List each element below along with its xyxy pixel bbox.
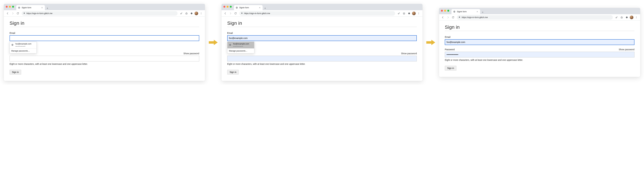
globe-icon: [229, 44, 232, 46]
maximize-window-icon[interactable]: [230, 6, 232, 8]
title-underline: [445, 31, 634, 31]
signin-button[interactable]: Sign in: [10, 70, 21, 75]
reload-button[interactable]: [233, 11, 238, 16]
minimize-window-icon[interactable]: [9, 6, 11, 8]
toolbar: https://sign-in-form.glitch.me: [222, 10, 423, 17]
password-input[interactable]: [445, 52, 634, 57]
menu-icon[interactable]: [416, 11, 421, 16]
tab-title: Signin form: [239, 7, 258, 9]
browser-window-b: Signin form https://sign-in-form.glitch.…: [222, 4, 423, 81]
show-password-link[interactable]: Show password: [401, 52, 417, 55]
page-content: Sign in Email foo@example.com ••••••••••…: [4, 17, 205, 81]
extensions-icon[interactable]: [407, 11, 411, 16]
bookmark-icon[interactable]: [184, 11, 189, 16]
email-field-wrap: Email foo@example.com •••••••••••••• Man…: [10, 32, 199, 41]
password-field-wrap: Show password Eight or more characters, …: [10, 52, 199, 65]
profile-avatar[interactable]: [630, 16, 634, 19]
address-bar[interactable]: https://sign-in-form.glitch.me: [457, 15, 613, 20]
svg-point-13: [616, 17, 616, 18]
email-input[interactable]: [227, 35, 417, 41]
bookmark-icon[interactable]: [402, 11, 406, 16]
autofill-password-mask: ••••••••••••••: [233, 45, 249, 47]
profile-avatar[interactable]: [412, 12, 416, 15]
back-button[interactable]: [441, 15, 445, 20]
toolbar: https://sign-in-form.glitch.me: [4, 10, 205, 17]
arrow-a-to-b: [209, 39, 218, 46]
browser-window-c: Signin form https://sign-in-form.glitch.…: [439, 8, 640, 77]
maximize-window-icon[interactable]: [447, 10, 449, 12]
maximize-window-icon[interactable]: [12, 6, 14, 8]
close-tab-icon[interactable]: [476, 11, 478, 13]
active-tab[interactable]: Signin form: [452, 9, 480, 14]
address-bar[interactable]: https://sign-in-form.glitch.me: [22, 11, 178, 16]
signin-button[interactable]: Sign in: [227, 70, 239, 75]
new-tab-button[interactable]: [46, 6, 49, 10]
address-bar[interactable]: https://sign-in-form.glitch.me: [239, 11, 395, 16]
show-password-link[interactable]: Show password: [619, 48, 634, 51]
minimize-window-icon[interactable]: [444, 10, 446, 12]
email-input[interactable]: [10, 35, 199, 41]
autofill-email: foo@example.com: [233, 43, 249, 45]
key-icon[interactable]: [614, 15, 619, 20]
password-hint: Eight or more characters, with at least …: [445, 59, 634, 61]
close-tab-icon[interactable]: [41, 7, 43, 9]
password-input[interactable]: [227, 56, 417, 61]
active-tab[interactable]: Signin form: [234, 5, 262, 10]
close-tab-icon[interactable]: [259, 7, 261, 9]
autofill-popup: foo@example.com •••••••••••••• Manage pa…: [227, 42, 254, 54]
svg-point-4: [201, 14, 201, 14]
svg-point-7: [398, 13, 399, 14]
extensions-icon[interactable]: [624, 15, 629, 20]
email-label: Email: [10, 32, 199, 34]
bookmark-icon[interactable]: [620, 15, 624, 20]
new-tab-button[interactable]: [263, 6, 267, 10]
svg-point-9: [418, 13, 419, 14]
tab-strip: Signin form: [222, 4, 423, 10]
email-label: Email: [445, 36, 634, 38]
password-label: Password: [445, 48, 454, 51]
active-tab[interactable]: Signin form: [16, 5, 45, 10]
manage-passwords-link[interactable]: Manage passwords…: [10, 48, 36, 53]
password-hint: Eight or more characters, with at least …: [10, 63, 199, 65]
back-button[interactable]: [223, 11, 228, 16]
password-hint: Eight or more characters, with at least …: [227, 63, 417, 65]
lock-icon: [458, 16, 460, 19]
close-window-icon[interactable]: [6, 6, 8, 8]
title-underline: [227, 27, 417, 27]
close-window-icon[interactable]: [224, 6, 225, 8]
toolbar: https://sign-in-form.glitch.me: [439, 14, 640, 21]
close-window-icon[interactable]: [441, 10, 443, 12]
manage-passwords-link[interactable]: Manage passwords…: [228, 48, 254, 53]
forward-button[interactable]: [446, 15, 450, 20]
reload-button[interactable]: [16, 11, 20, 16]
show-password-link[interactable]: Show password: [184, 52, 199, 55]
minimize-window-icon[interactable]: [226, 6, 228, 8]
forward-button[interactable]: [228, 11, 233, 16]
window-controls: [6, 6, 14, 8]
svg-point-10: [418, 14, 419, 14]
back-button[interactable]: [6, 11, 10, 16]
extensions-icon[interactable]: [189, 11, 194, 16]
tab-strip: Signin form: [439, 8, 640, 14]
password-field-wrap: Password Show password Eight or more cha…: [445, 48, 634, 61]
autofill-suggestion[interactable]: foo@example.com ••••••••••••••: [10, 42, 36, 48]
forward-button[interactable]: [10, 11, 15, 16]
menu-icon[interactable]: [634, 15, 638, 20]
menu-icon[interactable]: [199, 11, 203, 16]
email-label: Email: [227, 32, 417, 34]
profile-avatar[interactable]: [194, 12, 198, 15]
password-input[interactable]: [10, 56, 199, 61]
autofill-suggestion[interactable]: foo@example.com ••••••••••••••: [228, 42, 254, 48]
lock-icon: [23, 12, 25, 15]
key-icon[interactable]: [179, 11, 184, 16]
arrow-b-to-c: [426, 39, 435, 46]
signin-button[interactable]: Sign in: [445, 66, 456, 71]
page-title: Sign in: [227, 21, 417, 26]
new-tab-button[interactable]: [481, 10, 484, 14]
tab-title: Signin form: [457, 11, 475, 13]
browser-window-a: Signin form https: [4, 4, 205, 81]
key-icon[interactable]: [397, 11, 401, 16]
email-input[interactable]: [445, 39, 634, 45]
reload-button[interactable]: [451, 15, 455, 20]
comparison-stage: Signin form https: [0, 0, 644, 85]
